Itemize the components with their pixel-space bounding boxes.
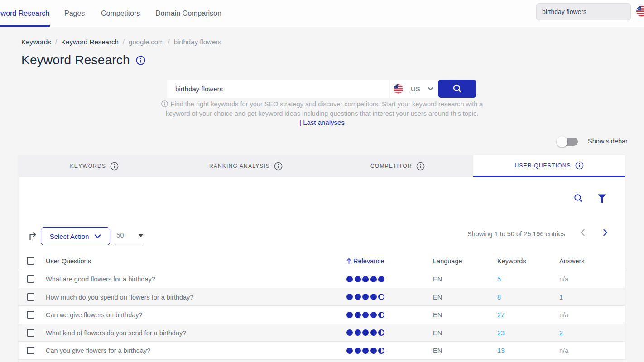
us-flag-icon: [394, 84, 403, 94]
info-icon: [161, 100, 168, 107]
table-row: How much do you spend on flowers for a b…: [19, 288, 625, 306]
table-search-icon[interactable]: [574, 194, 583, 203]
content-panel: Keywords Ranking Analysis Competitor: [19, 155, 625, 362]
tab-info-icon: [274, 162, 283, 171]
user-question-text: What kind of flowers do you send for a b…: [46, 329, 186, 337]
tab-keywords[interactable]: Keywords: [19, 155, 170, 177]
relevance-dot-filled: [362, 276, 369, 282]
row-checkbox[interactable]: [27, 275, 34, 283]
search-button[interactable]: [438, 80, 476, 98]
show-sidebar-toggle[interactable]: [558, 138, 578, 146]
relevance-dot-filled: [370, 294, 377, 300]
relevance-dot-filled: [362, 312, 369, 318]
answers-value: n/a: [559, 276, 568, 283]
country-code: US: [411, 85, 420, 93]
row-checkbox[interactable]: [27, 329, 34, 337]
nav-item-domain-comparison[interactable]: Domain Comparison: [155, 0, 221, 27]
tab-label: User Questions: [515, 162, 571, 169]
country-selector[interactable]: US: [390, 80, 438, 98]
relevance-dot-filled: [370, 329, 377, 336]
relevance-dot-filled: [346, 348, 353, 354]
row-checkbox[interactable]: [27, 347, 34, 354]
keywords-cell: 27: [497, 311, 515, 319]
relevance-dot-filled: [355, 294, 361, 300]
breadcrumb-keyword-research[interactable]: Keyword Research: [61, 38, 119, 46]
dropdown-arrow-icon: [139, 234, 143, 237]
breadcrumb-separator: /: [168, 38, 170, 46]
page-size-select[interactable]: 50: [115, 229, 144, 243]
search-icon: [452, 84, 462, 94]
nav-item-pages[interactable]: Pages: [64, 0, 85, 27]
relevance-rating: [346, 276, 386, 282]
column-header-label: Relevance: [353, 257, 384, 265]
table-header: User Questions Relevance Language Keywor…: [19, 252, 625, 270]
relevance-dot-filled: [355, 276, 361, 282]
relevance-dot-filled: [378, 276, 384, 282]
relevance-dot-filled: [355, 329, 361, 336]
column-header-language: Language: [433, 257, 462, 265]
user-question-text: What are good flowers for a birthday?: [46, 276, 155, 283]
keywords-cell: 13: [497, 347, 515, 354]
relevance-rating: [346, 329, 386, 336]
answers-count-link[interactable]: 2: [559, 329, 563, 337]
language-value: EN: [433, 294, 442, 301]
nav-item-keyword-research[interactable]: Keyword Research: [0, 0, 49, 27]
keywords-count-link[interactable]: 23: [497, 329, 505, 337]
select-action-label: Select Action: [50, 233, 89, 240]
us-flag-icon[interactable]: [636, 6, 644, 17]
language-value: EN: [433, 347, 442, 354]
page-title: Keyword Research: [21, 53, 130, 67]
answers-cell: 1: [559, 294, 563, 301]
relevance-dot-filled: [346, 329, 353, 336]
breadcrumb-domain[interactable]: google.com: [129, 38, 164, 46]
user-question-text: How much do you spend on flowers for a b…: [46, 294, 193, 301]
relevance-dot-filled: [362, 348, 369, 354]
keywords-count-link[interactable]: 13: [497, 347, 505, 354]
info-line-2: keyword of your choice and get keyword i…: [0, 109, 644, 119]
keyword-search-input[interactable]: [167, 80, 389, 98]
relevance-dot-filled: [370, 276, 377, 282]
tab-ranking-analysis[interactable]: Ranking Analysis: [170, 155, 322, 177]
table-row-partial: [19, 360, 625, 362]
last-analyses-link[interactable]: | Last analyses: [0, 119, 644, 126]
tab-competitor[interactable]: Competitor: [322, 155, 474, 177]
page-size-value: 50: [116, 231, 124, 239]
answers-count-link[interactable]: 1: [559, 294, 563, 301]
pagination-prev-icon[interactable]: [580, 229, 585, 236]
select-action-button[interactable]: Select Action: [41, 227, 110, 245]
user-question-text: Can you give flowers for a birthday?: [46, 347, 150, 354]
nav-item-competitors[interactable]: Competitors: [101, 0, 140, 27]
relevance-dot-filled: [346, 312, 353, 318]
table-row: Can we give flowers on birthday?EN27n/a: [19, 306, 625, 324]
select-all-checkbox[interactable]: [27, 257, 34, 265]
tab-user-questions[interactable]: User Questions: [473, 155, 625, 177]
column-header-relevance[interactable]: Relevance: [346, 257, 384, 265]
answers-value: n/a: [559, 347, 568, 354]
language-value: EN: [433, 311, 442, 319]
relevance-dot-filled: [362, 294, 369, 300]
relevance-dot-partial: [378, 312, 384, 318]
sort-ascending-icon: [346, 258, 351, 264]
row-checkbox[interactable]: [27, 311, 34, 319]
pagination-next-icon[interactable]: [603, 229, 608, 236]
filter-icon[interactable]: [598, 194, 606, 203]
row-checkbox[interactable]: [27, 293, 34, 301]
export-arrow-icon[interactable]: [29, 232, 38, 241]
language-value: EN: [433, 329, 442, 337]
nav-item-label: Pages: [64, 10, 85, 18]
breadcrumb-separator: /: [123, 38, 125, 46]
keywords-count-link[interactable]: 5: [497, 276, 501, 283]
nav-keyword-input[interactable]: [536, 3, 631, 20]
tab-bar: Keywords Ranking Analysis Competitor: [19, 155, 625, 177]
relevance-dot-partial: [378, 294, 384, 300]
top-navigation: Keyword Research Pages Competitors Domai…: [0, 0, 644, 27]
relevance-rating: [346, 312, 386, 318]
relevance-dot-partial: [378, 329, 384, 336]
keywords-count-link[interactable]: 27: [497, 311, 505, 319]
keywords-cell: 8: [497, 294, 515, 301]
keywords-count-link[interactable]: 8: [497, 294, 501, 301]
info-line-1: Find the right keywords for your SEO str…: [171, 100, 483, 108]
title-info-icon[interactable]: [136, 56, 145, 65]
answers-cell: 2: [559, 329, 563, 337]
breadcrumb-keywords[interactable]: Keywords: [21, 38, 51, 46]
